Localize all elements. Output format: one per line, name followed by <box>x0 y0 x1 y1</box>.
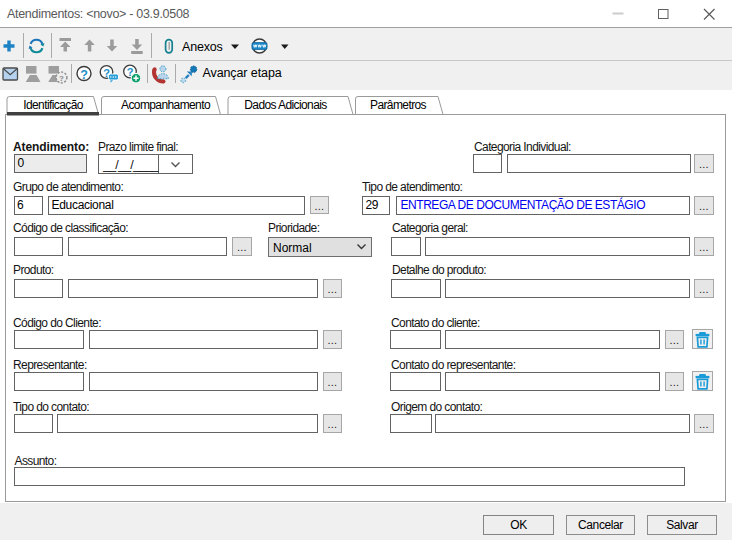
svg-text:?: ? <box>59 74 64 83</box>
svg-text:?: ? <box>80 68 88 82</box>
